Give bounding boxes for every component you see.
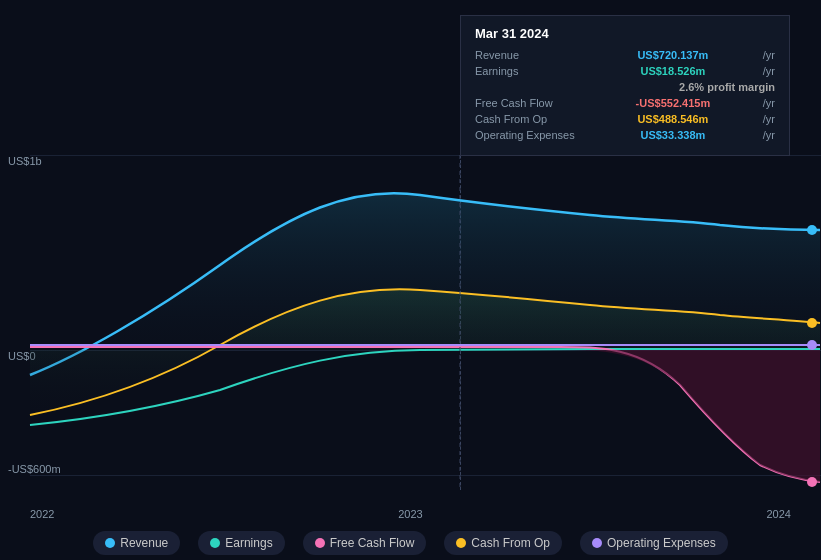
legend-revenue-label: Revenue [120,536,168,550]
tooltip-margin-row: 2.6% profit margin [475,81,775,93]
legend-fcf[interactable]: Free Cash Flow [303,531,427,555]
tooltip-margin-value: 2.6% profit margin [679,81,775,93]
legend-cashop-dot [456,538,466,548]
legend-fcf-dot [315,538,325,548]
tooltip-opex-value: US$33.338m [640,129,705,141]
legend-revenue[interactable]: Revenue [93,531,180,555]
chart-svg [0,155,821,490]
x-axis-labels: 2022 2023 2024 [30,508,821,520]
tooltip-revenue-label: Revenue [475,49,585,61]
svg-point-1 [807,318,817,328]
tooltip-cashop-label: Cash From Op [475,113,585,125]
tooltip-opex-label: Operating Expenses [475,129,585,141]
tooltip-earnings-row: Earnings US$18.526m /yr [475,65,775,77]
legend-cashop[interactable]: Cash From Op [444,531,562,555]
legend-opex-label: Operating Expenses [607,536,716,550]
legend-fcf-label: Free Cash Flow [330,536,415,550]
tooltip-fcf-row: Free Cash Flow -US$552.415m /yr [475,97,775,109]
chart-area: US$1b US$0 -US$600m [0,155,821,490]
chart-legend: Revenue Earnings Free Cash Flow Cash Fro… [0,531,821,555]
legend-earnings-dot [210,538,220,548]
svg-point-2 [807,477,817,487]
tooltip-fcf-label: Free Cash Flow [475,97,585,109]
tooltip-revenue-value: US$720.137m [637,49,708,61]
svg-point-3 [807,340,817,350]
legend-revenue-dot [105,538,115,548]
legend-cashop-label: Cash From Op [471,536,550,550]
tooltip-cashop-value: US$488.546m [637,113,708,125]
tooltip-earnings-label: Earnings [475,65,585,77]
x-label-2024: 2024 [767,508,791,520]
legend-earnings[interactable]: Earnings [198,531,284,555]
x-label-2022: 2022 [30,508,54,520]
tooltip-title: Mar 31 2024 [475,26,775,41]
tooltip-opex-unit: /yr [763,129,775,141]
tooltip-earnings-value: US$18.526m [640,65,705,77]
tooltip-cashop-row: Cash From Op US$488.546m /yr [475,113,775,125]
tooltip-earnings-unit: /yr [763,65,775,77]
tooltip-fcf-value: -US$552.415m [636,97,711,109]
x-label-2023: 2023 [398,508,422,520]
data-tooltip: Mar 31 2024 Revenue US$720.137m /yr Earn… [460,15,790,156]
legend-opex-dot [592,538,602,548]
legend-earnings-label: Earnings [225,536,272,550]
svg-point-0 [807,225,817,235]
tooltip-fcf-unit: /yr [763,97,775,109]
tooltip-opex-row: Operating Expenses US$33.338m /yr [475,129,775,141]
tooltip-revenue-row: Revenue US$720.137m /yr [475,49,775,61]
tooltip-revenue-unit: /yr [763,49,775,61]
tooltip-cashop-unit: /yr [763,113,775,125]
legend-opex[interactable]: Operating Expenses [580,531,728,555]
